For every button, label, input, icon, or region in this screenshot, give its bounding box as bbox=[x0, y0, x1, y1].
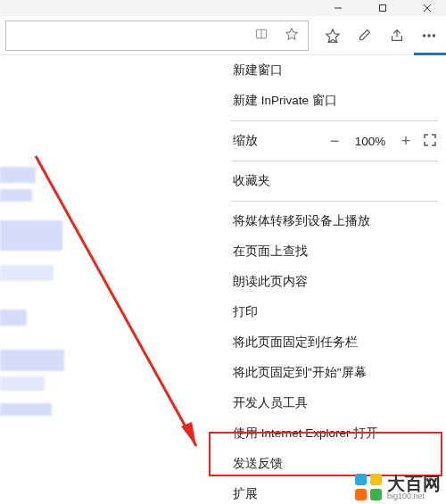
zoom-value: 100% bbox=[352, 135, 388, 148]
menu-item-label: 将媒体转移到设备上播放 bbox=[233, 213, 370, 229]
menu-read-aloud[interactable]: 朗读此页内容 bbox=[229, 267, 440, 297]
menu-item-label: 扩展 bbox=[233, 486, 258, 502]
favorites-hub-icon[interactable] bbox=[321, 22, 344, 49]
svg-point-10 bbox=[428, 34, 430, 36]
menu-new-inprivate[interactable]: 新建 InPrivate 窗口 bbox=[229, 86, 440, 116]
watermark-subtitle: big100.net bbox=[387, 492, 441, 500]
menu-pin-taskbar[interactable]: 将此页面固定到任务栏 bbox=[229, 327, 440, 358]
menu-separator bbox=[231, 120, 438, 121]
menu-print[interactable]: 打印 bbox=[229, 297, 440, 327]
share-icon[interactable] bbox=[385, 22, 409, 49]
window-titlebar bbox=[0, 0, 446, 16]
menu-separator bbox=[231, 201, 438, 202]
menu-item-label: 将此页面固定到任务栏 bbox=[233, 335, 358, 351]
menu-item-label: 打印 bbox=[233, 304, 258, 320]
svg-rect-1 bbox=[380, 5, 386, 12]
zoom-in-button[interactable]: + bbox=[397, 135, 415, 147]
reading-view-icon[interactable] bbox=[254, 27, 268, 45]
address-bar[interactable] bbox=[5, 21, 309, 51]
menu-item-label: 新建窗口 bbox=[233, 62, 283, 78]
zoom-out-button[interactable]: − bbox=[326, 135, 343, 147]
svg-marker-13 bbox=[181, 422, 196, 446]
settings-menu: 新建窗口 新建 InPrivate 窗口 缩放 − 100% + 收藏夹 将媒体… bbox=[229, 55, 440, 504]
close-button[interactable] bbox=[417, 4, 437, 12]
menu-item-label: 开发人员工具 bbox=[233, 395, 308, 411]
menu-open-ie[interactable]: 使用 Internet Explorer 打开 bbox=[229, 418, 440, 449]
menu-find[interactable]: 在页面上查找 bbox=[229, 236, 440, 267]
svg-marker-7 bbox=[326, 29, 339, 41]
menu-item-label: 发送反馈 bbox=[233, 456, 283, 472]
menu-favorites[interactable]: 收藏夹 bbox=[229, 166, 440, 196]
menu-item-label: 新建 InPrivate 窗口 bbox=[233, 93, 337, 109]
menu-new-window[interactable]: 新建窗口 bbox=[229, 55, 440, 86]
menu-item-label: 使用 Internet Explorer 打开 bbox=[233, 426, 378, 442]
notes-icon[interactable] bbox=[353, 22, 376, 49]
svg-point-11 bbox=[433, 34, 434, 36]
watermark: 大百网 big100.net bbox=[355, 474, 441, 500]
menu-item-label: 朗读此页内容 bbox=[233, 274, 308, 290]
favorite-star-icon[interactable] bbox=[285, 27, 299, 45]
menu-item-label: 收藏夹 bbox=[233, 173, 270, 189]
zoom-label: 缩放 bbox=[233, 133, 317, 149]
menu-zoom-row: 缩放 − 100% + bbox=[229, 126, 440, 156]
watermark-title: 大百网 bbox=[387, 475, 441, 492]
menu-item-label: 在页面上查找 bbox=[233, 244, 308, 260]
fullscreen-icon[interactable] bbox=[424, 134, 436, 149]
menu-devtools[interactable]: 开发人员工具 bbox=[229, 388, 440, 418]
maximize-button[interactable] bbox=[373, 4, 392, 12]
menu-pin-start[interactable]: 将此页固定到"开始"屏幕 bbox=[229, 358, 440, 388]
watermark-logo-icon bbox=[355, 474, 382, 500]
more-menu-icon[interactable] bbox=[417, 22, 441, 49]
minimize-button[interactable] bbox=[328, 4, 348, 12]
svg-point-9 bbox=[423, 34, 425, 36]
menu-item-label: 将此页固定到"开始"屏幕 bbox=[233, 365, 367, 381]
menu-separator bbox=[231, 161, 438, 161]
menu-cast[interactable]: 将媒体转移到设备上播放 bbox=[229, 206, 440, 236]
page-content-blurred bbox=[0, 55, 76, 439]
svg-marker-6 bbox=[286, 28, 298, 39]
browser-toolbar bbox=[0, 16, 446, 55]
